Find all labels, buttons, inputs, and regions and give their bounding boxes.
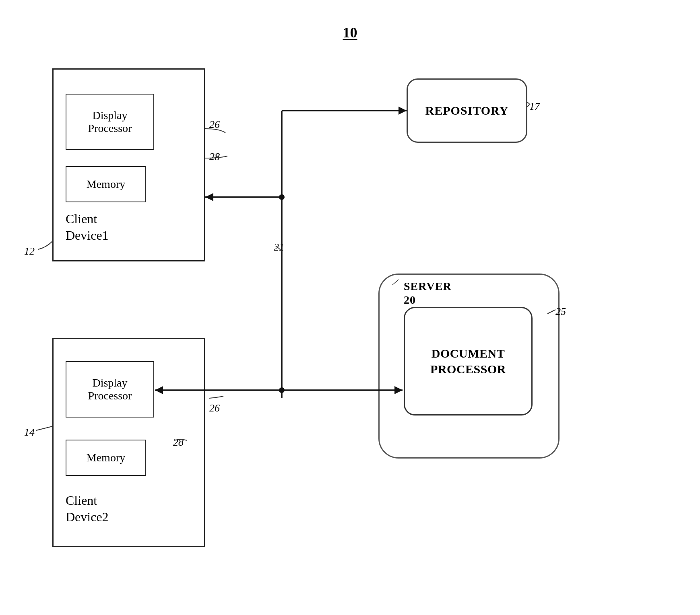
ref-12: 12 bbox=[24, 245, 35, 257]
client1-label: Client Device1 bbox=[66, 211, 109, 244]
document-processor-box: DOCUMENT PROCESSOR bbox=[404, 307, 533, 415]
ref-25: 25 bbox=[555, 306, 566, 318]
client1-display-processor-label: Display Processor bbox=[88, 109, 132, 135]
ref-26-c1: 26 bbox=[209, 119, 220, 131]
ref-26-c2: 26 bbox=[209, 402, 220, 414]
client2-memory-label: Memory bbox=[87, 451, 125, 464]
client2-display-processor-box: Display Processor bbox=[66, 361, 154, 418]
client1-memory-box: Memory bbox=[66, 166, 146, 202]
client1-outer-box: Display Processor Memory Client Device1 bbox=[52, 68, 205, 261]
ref-17: 17 bbox=[529, 101, 540, 113]
repository-label: REPOSITORY bbox=[425, 104, 509, 117]
client1-memory-label: Memory bbox=[87, 178, 125, 191]
server-outer-box: SERVER 20 DOCUMENT PROCESSOR bbox=[378, 274, 560, 459]
document-processor-label: DOCUMENT PROCESSOR bbox=[430, 346, 506, 377]
client2-display-processor-label: Display Processor bbox=[88, 376, 132, 402]
svg-point-3 bbox=[279, 194, 285, 200]
ref-21: 21 bbox=[274, 241, 284, 253]
svg-point-8 bbox=[279, 387, 285, 393]
svg-marker-5 bbox=[399, 107, 407, 115]
repository-box: REPOSITORY bbox=[407, 78, 527, 143]
figure-number: 10 bbox=[343, 24, 357, 41]
client2-memory-box: Memory bbox=[66, 440, 146, 476]
client1-display-processor-box: Display Processor bbox=[66, 94, 154, 150]
ref-28-c2: 28 bbox=[173, 436, 184, 448]
svg-marker-2 bbox=[205, 193, 213, 201]
client2-label: Client Device2 bbox=[66, 492, 109, 526]
ref-14: 14 bbox=[24, 426, 35, 438]
diagram: 10 Display Processor Memory Client Devic… bbox=[0, 0, 700, 615]
server-label: SERVER 20 bbox=[404, 280, 452, 306]
ref-28-c1: 28 bbox=[209, 151, 220, 163]
